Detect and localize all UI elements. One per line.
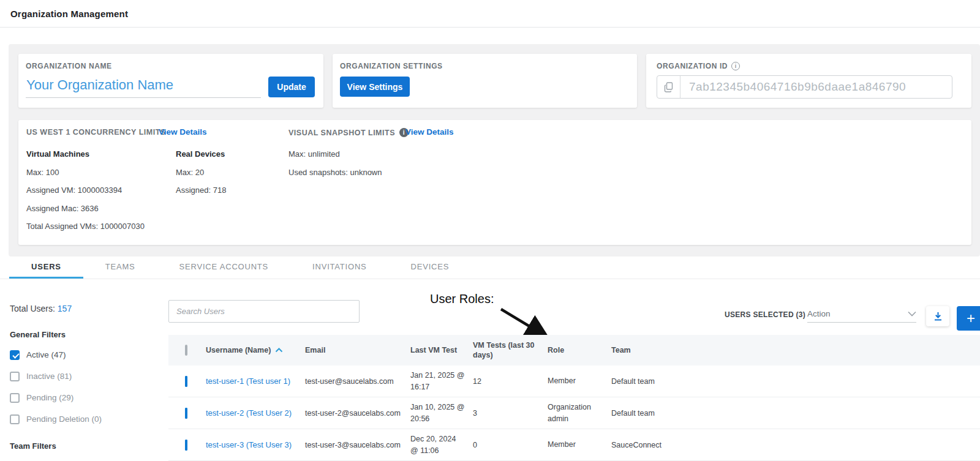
column-header-last-vm-test[interactable]: Last VM Test bbox=[410, 345, 473, 355]
vm-max: Max: 100 bbox=[26, 168, 145, 177]
column-header-username[interactable]: Username (Name) bbox=[206, 345, 305, 355]
user-roles-annotation: User Roles: bbox=[430, 292, 494, 306]
checkbox[interactable] bbox=[10, 350, 20, 360]
email-cell: test-user@saucelabs.com bbox=[305, 377, 410, 386]
visual-snapshot-view-details-link[interactable]: View Details bbox=[405, 127, 454, 137]
vs-max: Max: unlimited bbox=[288, 149, 382, 159]
table-header-row: Username (Name) Email Last VM Test VM Te… bbox=[168, 335, 980, 365]
virtual-machines-column: Virtual Machines Max: 100 Assigned VM: 1… bbox=[26, 149, 145, 240]
column-header-vm-tests[interactable]: VM Tests (last 30 days) bbox=[473, 340, 548, 361]
organization-management-page: Organization Management ORGANIZATION NAM… bbox=[0, 0, 980, 461]
tab-users[interactable]: USERS bbox=[9, 257, 83, 279]
chevron-down-icon bbox=[908, 311, 916, 317]
update-button[interactable]: Update bbox=[268, 77, 315, 97]
tab-bar: USERS TEAMS SERVICE ACCOUNTS INVITATIONS… bbox=[0, 257, 980, 279]
organization-name-input[interactable]: Your Organization Name bbox=[26, 76, 261, 98]
action-dropdown[interactable]: Action bbox=[807, 305, 916, 323]
last-vm-test-cell: Jan 10, 2025 @ 20:56 bbox=[410, 402, 473, 425]
add-user-button[interactable]: + bbox=[957, 306, 980, 331]
organization-cards-row: ORGANIZATION NAME Your Organization Name… bbox=[18, 54, 971, 108]
organization-name-label: ORGANIZATION NAME bbox=[26, 62, 315, 70]
tab-service-accounts[interactable]: SERVICE ACCOUNTS bbox=[157, 257, 290, 279]
visual-snapshot-limits-title: VISUAL SNAPSHOT LIMITS i bbox=[288, 128, 409, 137]
vm-assigned: Assigned VM: 1000003394 bbox=[26, 186, 145, 195]
view-settings-button[interactable]: View Settings bbox=[340, 77, 410, 97]
download-icon bbox=[933, 312, 943, 321]
username-link[interactable]: test-user-3 (Test User 3) bbox=[206, 440, 305, 449]
total-users: Total Users: 157 bbox=[10, 304, 163, 313]
checkbox[interactable] bbox=[10, 414, 20, 424]
filters-sidebar: Total Users: 157 General Filters Active … bbox=[10, 304, 163, 461]
users-selected-label: USERS SELECTED (3) bbox=[725, 310, 805, 319]
top-bar: Organization Management bbox=[0, 0, 980, 28]
team-cell: Default team bbox=[611, 409, 980, 418]
concurrency-limits-title: US WEST 1 CONCURRENCY LIMITS bbox=[26, 128, 166, 137]
organization-id-card: ORGANIZATION ID i 7ab12345b4064716b9b6da… bbox=[646, 54, 971, 108]
users-table: Username (Name) Email Last VM Test VM Te… bbox=[168, 335, 980, 461]
copy-icon[interactable] bbox=[657, 76, 680, 98]
page-title: Organization Management bbox=[10, 9, 128, 19]
download-users-button[interactable] bbox=[926, 306, 949, 326]
team-filters-title: Team Filters bbox=[10, 441, 163, 451]
tab-invitations[interactable]: INVITATIONS bbox=[290, 257, 389, 279]
role-cell: Member bbox=[548, 375, 611, 386]
organization-name-card: ORGANIZATION NAME Your Organization Name… bbox=[18, 54, 323, 108]
last-vm-test-cell: Jan 21, 2025 @ 16:17 bbox=[410, 370, 473, 393]
column-header-email[interactable]: Email bbox=[305, 345, 410, 355]
column-header-team[interactable]: Team bbox=[611, 345, 980, 355]
real-devices-heading: Real Devices bbox=[176, 149, 226, 159]
vm-tests-cell: 12 bbox=[473, 377, 548, 386]
role-cell: Organization admin bbox=[548, 402, 611, 424]
username-link[interactable]: test-user-2 (Test User 2) bbox=[206, 408, 305, 418]
rd-max: Max: 20 bbox=[176, 168, 226, 177]
vs-used: Used snapshots: unknown bbox=[288, 168, 382, 177]
vm-tests-cell: 3 bbox=[473, 409, 548, 418]
filter-pending[interactable]: Pending (29) bbox=[10, 392, 163, 403]
general-filters-title: General Filters bbox=[10, 330, 163, 339]
vm-tests-cell: 0 bbox=[473, 441, 548, 449]
virtual-machines-heading: Virtual Machines bbox=[26, 149, 145, 159]
column-header-role[interactable]: Role bbox=[548, 345, 611, 355]
rd-assigned: Assigned: 718 bbox=[176, 186, 226, 195]
organization-id-value[interactable]: 7ab12345b4064716b9b6daae1a846790 bbox=[680, 76, 952, 98]
checkbox[interactable] bbox=[10, 393, 20, 403]
organization-id-label: ORGANIZATION ID bbox=[657, 62, 728, 70]
select-all-checkbox[interactable] bbox=[185, 345, 187, 356]
filter-active[interactable]: Active (47) bbox=[10, 349, 163, 361]
organization-summary-panel: ORGANIZATION NAME Your Organization Name… bbox=[9, 44, 980, 257]
real-devices-column: Real Devices Max: 20 Assigned: 718 bbox=[176, 149, 226, 204]
info-icon[interactable]: i bbox=[731, 62, 740, 70]
filter-inactive[interactable]: Inactive (81) bbox=[10, 370, 163, 382]
team-cell: SauceConnect bbox=[611, 441, 980, 449]
email-cell: test-user-2@saucelabs.com bbox=[305, 409, 410, 418]
organization-settings-card: ORGANIZATION SETTINGS View Settings bbox=[333, 54, 637, 108]
row-checkbox[interactable] bbox=[185, 440, 187, 451]
last-vm-test-cell: Dec 20, 2024 @ 11:06 bbox=[410, 433, 473, 457]
table-row: test-user-3 (Test User 3) test-user-3@sa… bbox=[168, 429, 980, 461]
username-link[interactable]: test-user-1 (Test user 1) bbox=[206, 377, 305, 386]
sort-ascending-icon bbox=[275, 348, 283, 353]
vm-assigned-mac: Assigned Mac: 3636 bbox=[26, 204, 145, 213]
organization-settings-label: ORGANIZATION SETTINGS bbox=[340, 62, 628, 70]
limits-card: US WEST 1 CONCURRENCY LIMITS View Detail… bbox=[18, 120, 971, 245]
team-cell: Default team bbox=[611, 377, 980, 386]
filter-pending-deletion[interactable]: Pending Deletion (0) bbox=[10, 413, 163, 425]
row-checkbox[interactable] bbox=[185, 376, 187, 387]
row-checkbox[interactable] bbox=[185, 408, 187, 419]
table-row: test-user-1 (Test user 1) test-user@sauc… bbox=[168, 365, 980, 397]
total-users-count[interactable]: 157 bbox=[58, 304, 72, 313]
checkbox[interactable] bbox=[10, 372, 20, 381]
table-row: test-user-2 (Test User 2) test-user-2@sa… bbox=[168, 397, 980, 429]
visual-snapshot-column: Max: unlimited Used snapshots: unknown bbox=[288, 149, 382, 186]
role-cell: Member bbox=[548, 439, 611, 450]
organization-id-field: 7ab12345b4064716b9b6daae1a846790 bbox=[657, 75, 952, 99]
tab-devices[interactable]: DEVICES bbox=[389, 257, 472, 279]
tab-teams[interactable]: TEAMS bbox=[83, 257, 157, 279]
vm-total-assigned: Total Assigned VMs: 1000007030 bbox=[26, 222, 145, 231]
concurrency-view-details-link[interactable]: View Details bbox=[159, 127, 207, 137]
email-cell: test-user-3@saucelabs.com bbox=[305, 441, 410, 449]
search-users-input[interactable] bbox=[168, 300, 360, 323]
